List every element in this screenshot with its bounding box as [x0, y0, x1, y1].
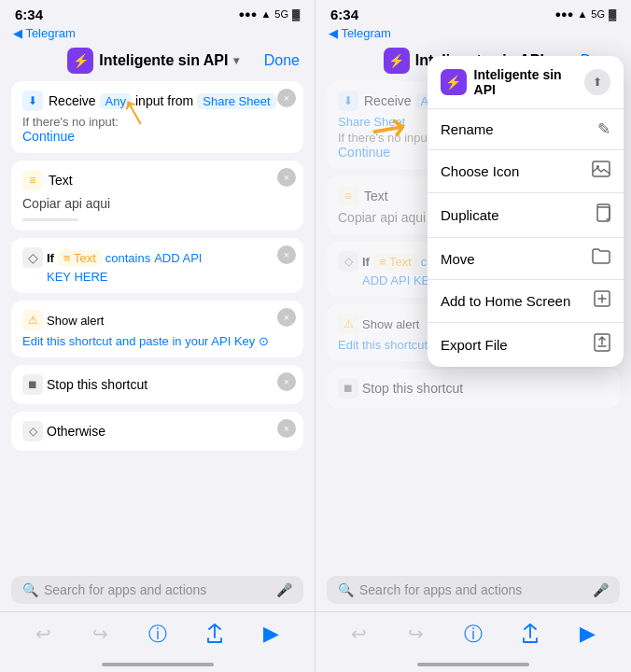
- left-text-label: Text: [49, 173, 73, 188]
- right-toolbar: ↩ ↪ ⓘ ▶: [316, 611, 631, 659]
- right-undo-button[interactable]: ↩: [345, 620, 373, 648]
- receive-close[interactable]: ×: [277, 89, 296, 107]
- right-alert-label: Show alert: [362, 317, 419, 331]
- left-play-button[interactable]: ▶: [258, 620, 286, 648]
- dropdown-title-text: Inteligente sin API: [474, 67, 585, 97]
- dropdown-choose-icon[interactable]: Choose Icon: [428, 150, 624, 193]
- right-info-button[interactable]: ⓘ: [459, 620, 487, 648]
- receive-from: input from: [135, 93, 193, 108]
- left-scroll-area: × ⬇ Receive Any input from Share Sheet I…: [0, 81, 315, 568]
- dropdown-duplicate[interactable]: Duplicate: [428, 193, 624, 238]
- dropdown-header: ⚡ Inteligente sin API ⬆: [428, 56, 624, 109]
- left-alert-card: × ⚠ Show alert Edit this shortcut and pa…: [11, 301, 303, 357]
- right-if-text-pill: ≡ Text: [373, 254, 417, 270]
- left-alert-icon: ⚠: [22, 310, 43, 330]
- receive-text: Receive Any input from Share Sheet: [49, 93, 276, 109]
- left-if-contains[interactable]: contains: [105, 251, 150, 265]
- left-alert-link[interactable]: Edit this shortcut and paste in your API…: [22, 334, 255, 348]
- left-stop-label: Stop this shortcut: [47, 377, 147, 392]
- left-time: 6:34: [15, 7, 43, 22]
- right-signal-icon: ●●●: [554, 8, 573, 20]
- right-back-telegram[interactable]: ◀ Telegram: [316, 26, 631, 42]
- left-stop-close[interactable]: ×: [277, 372, 296, 391]
- dropdown-add-home[interactable]: Add to Home Screen: [428, 280, 624, 323]
- left-share-button[interactable]: [201, 620, 229, 648]
- dropdown-home-icon: [594, 290, 610, 312]
- left-stop-icon: ⏹: [22, 374, 43, 395]
- left-if-row: ◇ If ≡ Text contains ADD API: [22, 247, 292, 268]
- right-receive-label: Receive: [364, 93, 412, 108]
- wifi-icon: ▲: [260, 8, 271, 20]
- right-mic-icon[interactable]: 🎤: [593, 582, 609, 597]
- left-status-icons: ●●● ▲ 5G ▓: [238, 8, 300, 20]
- left-info-button[interactable]: ⓘ: [144, 620, 172, 648]
- right-stop-card: ⏹ Stop this shortcut: [327, 369, 620, 408]
- receive-subtext: If there's no input:: [22, 115, 292, 129]
- right-receive-icon: ⬇: [338, 91, 358, 111]
- right-play-button[interactable]: ▶: [573, 620, 601, 648]
- left-undo-button[interactable]: ↩: [30, 620, 58, 648]
- dropdown-header-title: Inteligente sin API: [474, 67, 585, 97]
- right-stop-row: ⏹ Stop this shortcut: [338, 378, 609, 399]
- right-status-icons: ●●● ▲ 5G ▓: [554, 8, 616, 20]
- left-if-value: ADD API: [154, 251, 202, 265]
- receive-continue[interactable]: Continue: [22, 129, 292, 144]
- receive-header: ⬇ Receive Any input from Share Sheet: [22, 91, 292, 111]
- right-shortcut-icon: ⚡: [384, 48, 410, 74]
- left-otherwise-icon: ◇: [22, 421, 43, 441]
- left-alert-row: ⚠ Show alert Edit this shortcut and past…: [22, 310, 292, 348]
- left-otherwise-close[interactable]: ×: [277, 419, 296, 438]
- right-time: 6:34: [330, 7, 358, 22]
- cellular-icon: 5G: [274, 8, 288, 20]
- right-search-bar[interactable]: 🔍 Search for apps and actions 🎤: [327, 576, 620, 604]
- right-share-button[interactable]: [516, 620, 544, 648]
- left-mic-icon[interactable]: 🎤: [276, 582, 292, 597]
- dropdown-add-home-label: Add to Home Screen: [441, 293, 570, 309]
- dropdown-header-left: ⚡ Inteligente sin API: [441, 67, 584, 97]
- left-search-bar[interactable]: 🔍 Search for apps and actions 🎤: [11, 576, 303, 604]
- left-otherwise-row: ◇ Otherwise: [22, 421, 292, 441]
- dropdown-export[interactable]: Export File: [428, 323, 624, 367]
- dropdown-duplicate-icon: [594, 203, 610, 227]
- left-back-label: ◀ Telegram: [13, 26, 76, 40]
- left-text-close[interactable]: ×: [277, 168, 296, 187]
- left-text-icon: ≡: [22, 170, 43, 190]
- left-text-header: ≡ Text: [22, 170, 292, 190]
- dropdown-share-icon[interactable]: ⬆: [584, 69, 610, 95]
- left-stop-card: × ⏹ Stop this shortcut: [11, 365, 303, 404]
- left-redo-button[interactable]: ↪: [87, 620, 115, 648]
- left-alert-close[interactable]: ×: [277, 308, 296, 327]
- left-alert-arrow: ⊙: [259, 334, 269, 348]
- left-back-telegram[interactable]: ◀ Telegram: [0, 26, 315, 42]
- receive-sheet-pill[interactable]: Share Sheet: [197, 93, 275, 109]
- dropdown-image-icon: [592, 161, 610, 182]
- left-if-close[interactable]: ×: [277, 245, 296, 264]
- right-battery-icon: ▓: [609, 8, 616, 20]
- right-stop-icon: ⏹: [338, 378, 358, 399]
- left-status-bar: 6:34 ●●● ▲ 5G ▓: [0, 0, 315, 26]
- left-toolbar: ↩ ↪ ⓘ ▶: [0, 611, 315, 659]
- left-if-card: × ◇ If ≡ Text contains ADD API KEY HERE: [11, 238, 303, 293]
- dropdown-choose-icon-label: Choose Icon: [441, 163, 519, 179]
- receive-label: Receive: [49, 93, 96, 108]
- right-status-bar: 6:34 ●●● ▲ 5G ▓: [316, 0, 631, 26]
- left-shortcut-icon: ⚡: [67, 48, 93, 74]
- right-wifi-icon: ▲: [577, 8, 587, 20]
- dropdown-duplicate-label: Duplicate: [441, 207, 499, 223]
- left-search-placeholder: Search for apps and actions: [44, 582, 206, 597]
- dropdown-move[interactable]: Move: [428, 238, 624, 280]
- left-nav-title: ⚡ Inteligente sin API ▾: [67, 48, 239, 74]
- dropdown-rename[interactable]: Rename ✎: [428, 109, 624, 150]
- left-nav-title-text: Inteligente sin API: [99, 52, 228, 69]
- receive-any-pill[interactable]: Any: [100, 93, 132, 109]
- left-if-text-pill[interactable]: ≡ Text: [58, 250, 102, 266]
- right-redo-button[interactable]: ↪: [402, 620, 430, 648]
- left-otherwise-card: × ◇ Otherwise: [11, 412, 303, 451]
- dropdown-export-label: Export File: [441, 337, 508, 353]
- right-home-indicator: [417, 663, 529, 666]
- right-text-icon: ≡: [338, 186, 358, 206]
- left-nav-bar: ⚡ Inteligente sin API ▾ Done: [0, 42, 315, 81]
- left-done-button[interactable]: Done: [264, 52, 300, 69]
- receive-icon: ⬇: [22, 91, 43, 111]
- right-search-icon: 🔍: [338, 582, 354, 597]
